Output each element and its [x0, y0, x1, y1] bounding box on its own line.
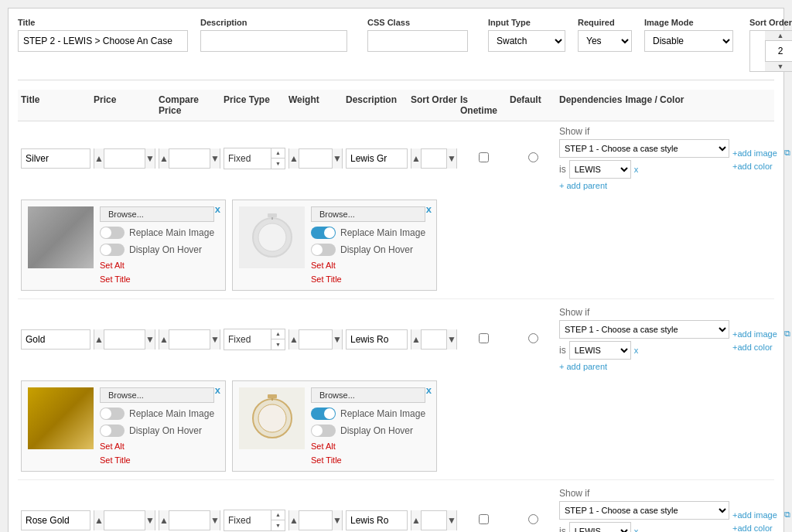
row1-weight-up[interactable]: ▲	[289, 148, 299, 169]
sort-order-stepper[interactable]: ▲ ▼	[749, 30, 792, 72]
row2-panel2-set-alt-link[interactable]: Set Alt	[311, 442, 425, 451]
row2-price-stepper[interactable]: ▲ ▼	[94, 329, 155, 350]
row1-price-type-down[interactable]: ▼	[271, 159, 285, 169]
row1-add-parent-link[interactable]: + add parent	[559, 181, 607, 190]
row2-panel1-close[interactable]: x	[215, 384, 220, 396]
row2-weight-down[interactable]: ▼	[333, 329, 342, 350]
required-select[interactable]: Yes No	[578, 30, 632, 52]
row2-panel1-browse-btn[interactable]: Browse...	[100, 387, 214, 403]
row2-is-onetime-checkbox[interactable]	[479, 333, 489, 343]
row1-compare-price-stepper[interactable]: ▲ ▼	[159, 148, 220, 169]
row3-default-radio[interactable]	[528, 514, 538, 524]
css-class-input[interactable]	[367, 30, 468, 52]
row1-dep-is-select[interactable]: LEWIS	[569, 160, 631, 179]
row2-panel2-close[interactable]: x	[426, 384, 432, 396]
row3-weight-stepper[interactable]: ▲ ▼	[288, 510, 343, 530]
sort-order-up-btn[interactable]: ▲	[765, 31, 792, 40]
row1-weight-input[interactable]	[299, 148, 333, 169]
row1-price-stepper[interactable]: ▲ ▼	[94, 148, 155, 169]
row1-add-color-link[interactable]: +add color	[732, 162, 773, 171]
row2-weight-up[interactable]: ▲	[289, 329, 299, 350]
row3-sort-up[interactable]: ▲	[411, 510, 421, 530]
row3-price-type-arrows[interactable]: ▲ ▼	[271, 510, 285, 530]
row3-weight-down[interactable]: ▼	[333, 510, 342, 530]
row3-price-up[interactable]: ▲	[94, 510, 104, 530]
row1-copy-icon[interactable]: ⧉	[780, 146, 792, 160]
row1-panel2-replace-toggle[interactable]	[311, 227, 336, 239]
row2-compare-price-up[interactable]: ▲	[159, 329, 169, 350]
row3-price-type-up[interactable]: ▲	[271, 510, 285, 521]
row1-sort-up[interactable]: ▲	[411, 148, 421, 169]
row2-desc-input[interactable]	[346, 329, 408, 350]
row1-compare-price-up[interactable]: ▲	[159, 148, 169, 169]
row1-dep-select[interactable]: STEP 1 - Choose a case style	[559, 139, 729, 158]
row2-title-input[interactable]	[21, 329, 90, 350]
row1-panel2-hover-toggle[interactable]	[311, 244, 336, 256]
row3-price-down[interactable]: ▼	[145, 510, 155, 530]
row2-price-type-arrows[interactable]: ▲ ▼	[271, 329, 285, 350]
row1-sort-stepper[interactable]: ▲ ▼	[411, 148, 457, 169]
row2-dep-x-link[interactable]: x	[634, 346, 639, 355]
row3-sort-stepper[interactable]: ▲ ▼	[411, 510, 457, 530]
row1-is-onetime-checkbox[interactable]	[479, 152, 489, 162]
row2-add-color-link[interactable]: +add color	[732, 343, 773, 352]
row2-add-image-link[interactable]: +add image	[732, 329, 777, 339]
row1-panel1-set-alt-link[interactable]: Set Alt	[100, 261, 214, 270]
row1-panel1-close[interactable]: x	[215, 203, 220, 215]
row1-price-type-up[interactable]: ▲	[271, 148, 285, 159]
row3-price-type-down[interactable]: ▼	[271, 520, 285, 530]
row1-default-radio[interactable]	[528, 152, 538, 162]
row2-price-up[interactable]: ▲	[94, 329, 104, 350]
row2-panel2-set-title-link[interactable]: Set Title	[311, 455, 425, 465]
row2-sort-down[interactable]: ▼	[447, 329, 456, 350]
row2-dep-is-select[interactable]: LEWIS	[569, 341, 631, 360]
row3-dep-is-select[interactable]: LEWIS	[569, 522, 631, 532]
row3-dep-x-link[interactable]: x	[634, 527, 639, 532]
row1-panel1-browse-btn[interactable]: Browse...	[100, 206, 214, 222]
row1-price-type-select-wrap[interactable]: Fixed ▲ ▼	[224, 148, 285, 169]
row3-compare-price-input[interactable]	[169, 510, 210, 530]
row3-weight-input[interactable]	[299, 510, 333, 530]
row1-title-input[interactable]	[21, 148, 90, 169]
row1-price-type-arrows[interactable]: ▲ ▼	[271, 148, 285, 169]
row3-title-input[interactable]	[21, 510, 90, 530]
row1-compare-price-down[interactable]: ▼	[210, 148, 220, 169]
row2-price-down[interactable]: ▼	[145, 329, 155, 350]
row2-price-type-select-wrap[interactable]: Fixed ▲ ▼	[224, 329, 285, 350]
row2-weight-stepper[interactable]: ▲ ▼	[288, 329, 343, 350]
row2-compare-price-stepper[interactable]: ▲ ▼	[159, 329, 220, 350]
row2-panel1-set-alt-link[interactable]: Set Alt	[100, 442, 214, 451]
row3-desc-input[interactable]	[346, 510, 408, 530]
row1-sort-input[interactable]	[421, 148, 447, 169]
row3-compare-price-down[interactable]: ▼	[210, 510, 220, 530]
image-mode-select[interactable]: Disable Enable	[644, 30, 733, 52]
row2-panel2-hover-toggle[interactable]	[311, 425, 336, 437]
row1-add-image-link[interactable]: +add image	[732, 148, 777, 158]
row1-price-up[interactable]: ▲	[94, 148, 104, 169]
row2-weight-input[interactable]	[299, 329, 333, 350]
row3-price-input[interactable]	[104, 510, 145, 530]
row3-compare-price-stepper[interactable]: ▲ ▼	[159, 510, 220, 530]
row2-panel1-replace-toggle[interactable]	[100, 408, 125, 420]
row3-price-stepper[interactable]: ▲ ▼	[94, 510, 155, 530]
row3-price-type-select-wrap[interactable]: Fixed ▲ ▼	[224, 510, 285, 531]
row2-panel2-replace-toggle[interactable]	[311, 408, 336, 420]
row2-sort-input[interactable]	[421, 329, 447, 350]
input-type-select[interactable]: Swatch Dropdown Radio Checkbox	[488, 30, 565, 52]
row2-panel1-hover-toggle[interactable]	[100, 425, 125, 437]
row2-price-input[interactable]	[104, 329, 145, 350]
row1-weight-down[interactable]: ▼	[333, 148, 342, 169]
title-input[interactable]	[18, 30, 188, 52]
row3-copy-icon[interactable]: ⧉	[780, 508, 792, 522]
row2-compare-price-input[interactable]	[169, 329, 210, 350]
row3-compare-price-up[interactable]: ▲	[159, 510, 169, 530]
row2-panel2-browse-btn[interactable]: Browse...	[311, 387, 425, 403]
row1-panel2-browse-btn[interactable]: Browse...	[311, 206, 425, 222]
row1-price-input[interactable]	[104, 148, 145, 169]
row1-panel1-set-title-link[interactable]: Set Title	[100, 275, 214, 284]
row2-compare-price-down[interactable]: ▼	[210, 329, 220, 350]
row1-panel1-hover-toggle[interactable]	[100, 244, 125, 256]
row1-dep-x-link[interactable]: x	[634, 165, 639, 174]
row2-copy-icon[interactable]: ⧉	[780, 327, 792, 341]
row2-dep-select[interactable]: STEP 1 - Choose a case style	[559, 320, 729, 339]
